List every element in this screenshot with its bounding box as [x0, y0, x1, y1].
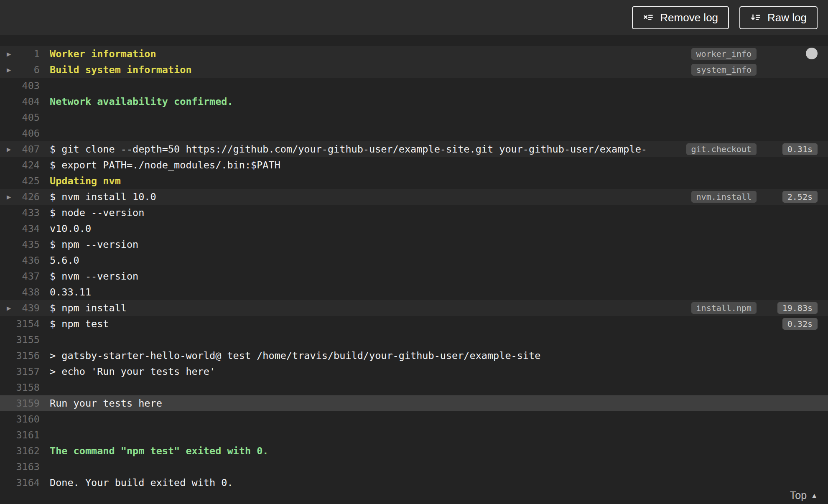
log-line-text: $ node --version: [50, 205, 144, 221]
log-line: 3159Run your tests here: [0, 395, 828, 411]
log-line-text: 0.33.11: [50, 284, 91, 300]
log-pane: ▶1Worker informationworker_info▶6Build s…: [0, 35, 828, 504]
log-line: 3156> gatsby-starter-hello-world@ test /…: [0, 348, 828, 364]
log-toolbar: Remove log Raw log: [0, 0, 828, 35]
duration-badge: 19.83s: [777, 302, 818, 314]
line-number-link[interactable]: 434: [0, 221, 40, 237]
log-line: ▶6Build system informationsystem_info: [0, 62, 828, 78]
log-line: 4380.33.11: [0, 284, 828, 300]
line-number-link[interactable]: 6: [0, 62, 40, 78]
line-number-link[interactable]: 3159: [0, 395, 40, 411]
scrollbar-thumb[interactable]: [806, 48, 818, 59]
log-line-text: > gatsby-starter-hello-world@ test /home…: [50, 348, 540, 364]
log-line: ▶439$ npm installinstall.npm19.83s: [0, 300, 828, 316]
log-line-text: Worker information: [50, 46, 156, 62]
fold-tag-badge: nvm.install: [691, 191, 757, 203]
log-line: 433$ node --version: [0, 205, 828, 221]
log-line-text: > echo 'Run your tests here': [50, 364, 215, 379]
log-line-text: Run your tests here: [50, 395, 162, 411]
log-line: 424$ export PATH=./node_modules/.bin:$PA…: [0, 157, 828, 173]
build-log-view: Remove log Raw log ▶1Worker informationw…: [0, 0, 828, 504]
line-number-link[interactable]: 3157: [0, 364, 40, 379]
log-line: ▶1Worker informationworker_info: [0, 46, 828, 62]
log-line: 405: [0, 109, 828, 125]
log-line: 4365.6.0: [0, 252, 828, 268]
log-line-text: $ export PATH=./node_modules/.bin:$PATH: [50, 157, 280, 173]
raw-log-icon: [750, 12, 761, 23]
line-number-link[interactable]: 405: [0, 109, 40, 125]
log-line: ▶407$ git clone --depth=50 https://githu…: [0, 141, 828, 157]
log-line-text: 5.6.0: [50, 252, 79, 268]
line-number-link[interactable]: 3156: [0, 348, 40, 364]
fold-tag-badge: worker_info: [691, 48, 757, 60]
caret-up-icon: ▲: [811, 492, 818, 499]
log-line-text: $ npm test: [50, 316, 109, 332]
log-line: 434v10.0.0: [0, 221, 828, 237]
log-line-text: The command "npm test" exited with 0.: [50, 443, 268, 459]
line-number-link[interactable]: 3161: [0, 427, 40, 443]
log-line: 435$ npm --version: [0, 237, 828, 252]
line-number-link[interactable]: 435: [0, 237, 40, 252]
log-line: 425Updating nvm: [0, 173, 828, 189]
log-line: ▶426$ nvm install 10.0nvm.install2.52s: [0, 189, 828, 205]
line-number-link[interactable]: 3155: [0, 332, 40, 348]
line-number-link[interactable]: 1: [0, 46, 40, 62]
fold-tag-badge: system_info: [691, 64, 757, 76]
line-number-link[interactable]: 437: [0, 268, 40, 284]
line-number-link[interactable]: 433: [0, 205, 40, 221]
line-number-link[interactable]: 3160: [0, 411, 40, 427]
log-line-text: Updating nvm: [50, 173, 121, 189]
line-number-link[interactable]: 424: [0, 157, 40, 173]
duration-badge: 0.32s: [782, 318, 818, 330]
log-line: 3158: [0, 379, 828, 395]
log-line-text: $ nvm install 10.0: [50, 189, 156, 205]
fold-tag-badge: git.checkout: [686, 143, 757, 155]
line-number-link[interactable]: 3163: [0, 459, 40, 475]
line-number-link[interactable]: 406: [0, 125, 40, 141]
log-line-text: Done. Your build exited with 0.: [50, 475, 233, 491]
remove-log-button[interactable]: Remove log: [632, 6, 729, 29]
duration-badge: 0.31s: [782, 143, 818, 155]
line-number-link[interactable]: 425: [0, 173, 40, 189]
raw-log-label: Raw log: [767, 11, 807, 24]
log-line: 3161: [0, 427, 828, 443]
log-line: 3155: [0, 332, 828, 348]
log-line: 3157> echo 'Run your tests here': [0, 364, 828, 379]
log-line-text: $ nvm --version: [50, 268, 138, 284]
scroll-to-top-label: Top: [790, 489, 807, 501]
duration-badge: 2.52s: [782, 191, 818, 203]
line-number-link[interactable]: 407: [0, 141, 40, 157]
log-line-text: $ git clone --depth=50 https://github.co…: [50, 141, 647, 157]
log-line-text: Network availability confirmed.: [50, 94, 233, 109]
line-number-link[interactable]: 3164: [0, 475, 40, 491]
log-lines: ▶1Worker informationworker_info▶6Build s…: [0, 46, 828, 491]
scroll-to-top-link[interactable]: Top ▲: [790, 489, 818, 501]
line-number-link[interactable]: 439: [0, 300, 40, 316]
log-line-text: $ npm install: [50, 300, 127, 316]
line-number-link[interactable]: 3158: [0, 379, 40, 395]
log-line: 3163: [0, 459, 828, 475]
log-line: 3164Done. Your build exited with 0.: [0, 475, 828, 491]
line-number-link[interactable]: 438: [0, 284, 40, 300]
log-line: 3160: [0, 411, 828, 427]
log-line-text: $ npm --version: [50, 237, 138, 252]
fold-tag-badge: install.npm: [691, 302, 757, 314]
line-number-link[interactable]: 403: [0, 78, 40, 94]
line-number-link[interactable]: 436: [0, 252, 40, 268]
log-line-text: Build system information: [50, 62, 192, 78]
log-line: 3154$ npm test0.32s: [0, 316, 828, 332]
log-line: 403: [0, 78, 828, 94]
line-number-link[interactable]: 3162: [0, 443, 40, 459]
remove-log-label: Remove log: [660, 11, 718, 24]
log-line: 404Network availability confirmed.: [0, 94, 828, 109]
line-number-link[interactable]: 3154: [0, 316, 40, 332]
line-number-link[interactable]: 426: [0, 189, 40, 205]
log-line: 437$ nvm --version: [0, 268, 828, 284]
log-line: 406: [0, 125, 828, 141]
log-line: 3162The command "npm test" exited with 0…: [0, 443, 828, 459]
log-line-text: v10.0.0: [50, 221, 91, 237]
raw-log-button[interactable]: Raw log: [739, 6, 818, 29]
remove-log-icon: [643, 12, 654, 23]
line-number-link[interactable]: 404: [0, 94, 40, 109]
